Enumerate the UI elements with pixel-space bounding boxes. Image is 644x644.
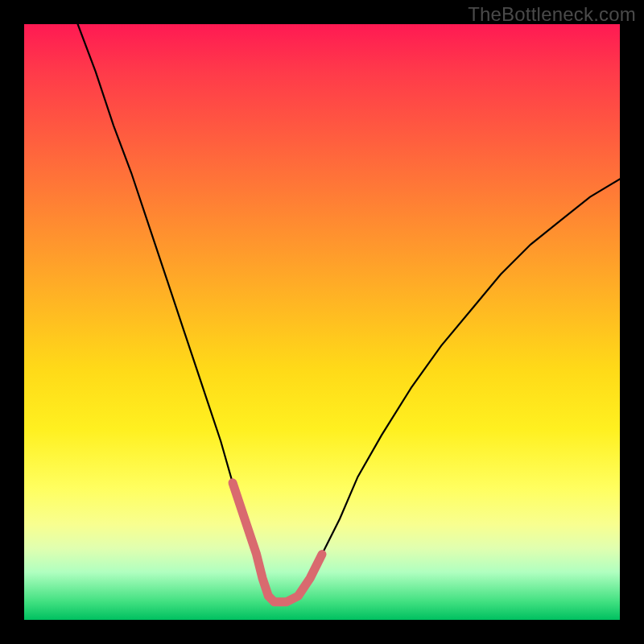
highlight-segment <box>233 483 322 602</box>
main-curve <box>78 24 620 602</box>
plot-area <box>24 24 620 620</box>
curve-svg <box>24 24 620 620</box>
chart-frame: TheBottleneck.com <box>0 0 644 644</box>
watermark-text: TheBottleneck.com <box>468 3 636 26</box>
